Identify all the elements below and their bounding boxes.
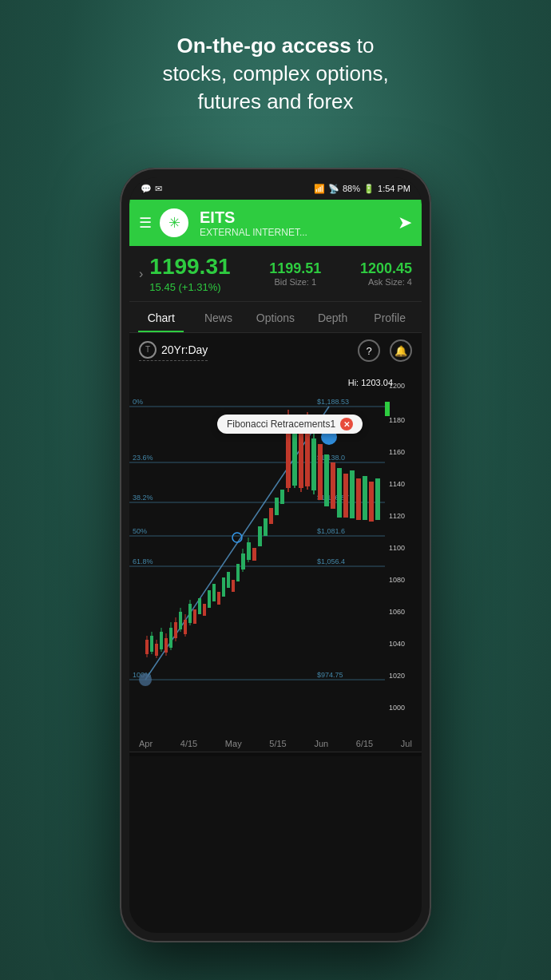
last-price: 1199.31	[149, 254, 230, 280]
svg-rect-79	[375, 478, 380, 520]
svg-text:61.8%: 61.8%	[133, 557, 153, 565]
svg-rect-76	[356, 478, 361, 520]
hamburger-menu[interactable]: ☰	[139, 216, 152, 230]
headline-line2: stocks, complex options,	[162, 61, 388, 85]
svg-text:$1,081.6: $1,081.6	[317, 527, 345, 535]
svg-text:1180: 1180	[389, 416, 405, 424]
alert-bell-icon[interactable]: 🔔	[390, 339, 412, 362]
date-jun: Jun	[314, 739, 328, 748]
ticker-info: EITS EXTERNAL INTERNET...	[196, 208, 390, 238]
svg-point-82	[139, 673, 152, 686]
svg-text:1040: 1040	[389, 640, 405, 648]
svg-rect-77	[363, 476, 367, 520]
app-logo: ✳	[160, 208, 188, 237]
battery-level: 88%	[343, 184, 360, 193]
macd-bar: MACD 20	[129, 752, 422, 756]
tab-chart[interactable]: Chart	[133, 302, 190, 332]
svg-rect-72	[331, 462, 335, 509]
svg-text:1140: 1140	[389, 480, 405, 488]
macd-label: MACD	[139, 756, 165, 756]
tab-bar: Chart News Options Depth Profile	[129, 302, 422, 333]
chart-svg-container: Hi: 1203.04 Fibonacci Retracements1 ✕ 0%…	[129, 368, 422, 736]
svg-text:$974.75: $974.75	[317, 671, 343, 679]
svg-rect-55	[258, 526, 262, 546]
fib-close-button[interactable]: ✕	[340, 418, 353, 430]
svg-rect-74	[343, 474, 348, 518]
svg-text:1100: 1100	[389, 544, 405, 552]
svg-rect-42	[203, 604, 206, 616]
svg-rect-78	[369, 482, 374, 522]
status-right-info: 📶 📡 88% 🔋 1:54 PM	[314, 184, 410, 194]
signal-icon: 📡	[328, 184, 339, 194]
svg-text:23.6%: 23.6%	[133, 454, 153, 462]
svg-text:$1,188.53: $1,188.53	[317, 398, 349, 406]
svg-rect-43	[208, 590, 211, 608]
svg-rect-44	[212, 584, 216, 601]
macd-value: 20	[402, 756, 412, 756]
svg-text:50%: 50%	[133, 527, 147, 535]
email-icon: ✉	[155, 184, 162, 194]
svg-rect-47	[227, 572, 230, 588]
fib-tooltip[interactable]: Fibonacci Retracements1 ✕	[217, 415, 363, 434]
logo-icon: ✳	[168, 214, 180, 232]
battery-icon: 🔋	[363, 184, 375, 194]
date-415: 4/15	[180, 739, 197, 748]
date-615: 6/15	[356, 739, 373, 748]
svg-text:1160: 1160	[389, 448, 405, 456]
svg-rect-56	[264, 518, 268, 536]
svg-rect-80	[385, 402, 390, 416]
svg-rect-41	[198, 598, 201, 614]
svg-rect-48	[232, 580, 235, 592]
tab-news[interactable]: News	[190, 302, 248, 332]
svg-text:1120: 1120	[389, 512, 405, 520]
chart-area: T 20Yr:Day ? 🔔 Hi: 1203.04 Fibonacci Ret…	[129, 333, 422, 756]
svg-text:1000: 1000	[389, 704, 405, 712]
svg-rect-73	[337, 468, 342, 518]
status-bar: 💬 ✉ 📶 📡 88% 🔋 1:54 PM	[129, 177, 422, 200]
fib-tooltip-label: Fibonacci Retracements1	[227, 419, 335, 430]
high-price-label: Hi: 1203.04	[348, 378, 393, 387]
svg-rect-71	[324, 454, 329, 506]
ask-label: Ask Size: 4	[360, 277, 412, 287]
ask-block: 1200.45 Ask Size: 4	[360, 260, 412, 287]
svg-text:1080: 1080	[389, 576, 405, 584]
tab-depth[interactable]: Depth	[304, 302, 362, 332]
expand-button[interactable]: ›	[139, 267, 143, 281]
tab-options[interactable]: Options	[247, 302, 304, 332]
date-jul: Jul	[401, 739, 412, 748]
phone-frame: 💬 ✉ 📶 📡 88% 🔋 1:54 PM ☰ ✳ EITS EXTERNAL …	[120, 168, 431, 942]
app-header: ☰ ✳ EITS EXTERNAL INTERNET... ➤	[129, 200, 422, 246]
svg-rect-40	[193, 609, 196, 624]
wifi-icon: 📶	[314, 184, 325, 194]
timeframe-label: 20Yr:Day	[161, 343, 208, 356]
tab-profile[interactable]: Profile	[361, 302, 418, 332]
svg-rect-54	[252, 548, 256, 561]
message-icon: 💬	[141, 184, 152, 194]
price-section: › 1199.31 15.45 (+1.31%) 1199.51 Bid Siz…	[129, 246, 422, 302]
timeframe-icon: T	[139, 341, 157, 359]
ticker-name: EXTERNAL INTERNET...	[200, 227, 390, 238]
svg-rect-46	[222, 577, 225, 597]
promo-headline: On-the-go access to stocks, complex opti…	[0, 32, 551, 116]
chart-action-icons: ? 🔔	[358, 339, 412, 362]
bid-label: Bid Size: 1	[237, 277, 354, 287]
time-display: 1:54 PM	[378, 184, 410, 193]
date-515: 5/15	[269, 739, 286, 748]
svg-rect-49	[236, 564, 240, 581]
svg-text:38.2%: 38.2%	[133, 494, 153, 502]
svg-rect-59	[280, 490, 284, 504]
svg-rect-70	[318, 444, 323, 500]
headline-bold: On-the-go access	[176, 34, 351, 58]
timeframe-selector[interactable]: T 20Yr:Day	[139, 341, 208, 361]
svg-text:1060: 1060	[389, 608, 405, 616]
nav-arrow-icon[interactable]: ➤	[398, 212, 412, 233]
date-may: May	[225, 739, 242, 748]
svg-text:1020: 1020	[389, 672, 405, 680]
svg-rect-57	[269, 508, 273, 524]
status-left-icons: 💬 ✉	[141, 184, 162, 194]
svg-rect-45	[217, 592, 220, 605]
svg-text:$1,056.4: $1,056.4	[317, 557, 345, 565]
ask-price: 1200.45	[360, 260, 412, 277]
chart-toolbar: T 20Yr:Day ? 🔔	[129, 333, 422, 368]
help-icon[interactable]: ?	[358, 339, 380, 362]
